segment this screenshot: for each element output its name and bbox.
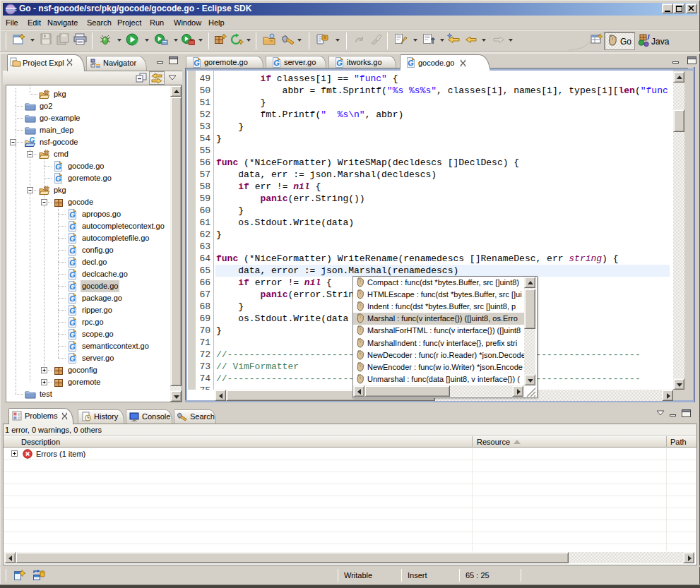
svg-text:J: J (646, 34, 651, 41)
